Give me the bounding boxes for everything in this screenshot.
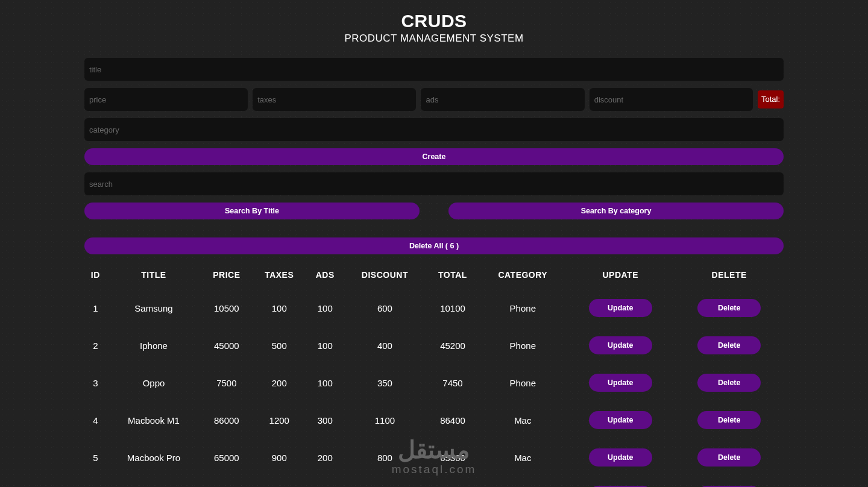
search-by-category-button[interactable]: Search By category xyxy=(448,203,784,219)
cell-discount: 1100 xyxy=(344,401,426,439)
delete-button[interactable]: Delete xyxy=(697,299,761,317)
delete-button[interactable]: Delete xyxy=(697,374,761,392)
cell-category: Phone xyxy=(480,364,566,401)
cell-title: Samsung xyxy=(107,289,201,327)
cell-taxes: 100 xyxy=(252,289,306,327)
delete-all-button[interactable]: Delete All ( 6 ) xyxy=(84,237,784,254)
delete-button[interactable]: Delete xyxy=(697,448,761,467)
create-button[interactable]: Create xyxy=(84,148,784,165)
update-button[interactable]: Update xyxy=(589,336,652,354)
table-row: 6Screen Glass4504550100445AccessoriesUpd… xyxy=(84,476,784,487)
cell-title: Iphone xyxy=(107,327,201,364)
cell-title: Macbook M1 xyxy=(107,401,201,439)
cell-category: Accessories xyxy=(480,476,566,487)
cell-category: Phone xyxy=(480,289,566,327)
cell-ads: 50 xyxy=(306,476,344,487)
table-row: 2Iphone4500050010040045200PhoneUpdateDel… xyxy=(84,327,784,364)
cell-category: Mac xyxy=(480,439,566,476)
search-by-title-button[interactable]: Search By Title xyxy=(84,203,420,219)
cell-taxes: 45 xyxy=(252,476,306,487)
cell-discount: 400 xyxy=(344,327,426,364)
cell-category: Phone xyxy=(480,327,566,364)
cell-taxes: 1200 xyxy=(252,401,306,439)
update-button[interactable]: Update xyxy=(589,299,652,317)
ads-input[interactable] xyxy=(421,88,584,111)
column-header: DELETE xyxy=(675,265,784,289)
table-row: 3Oppo75002001003507450PhoneUpdateDelete xyxy=(84,364,784,401)
update-button[interactable]: Update xyxy=(589,448,652,467)
table-row: 4Macbook M1860001200300110086400MacUpdat… xyxy=(84,401,784,439)
delete-button[interactable]: Delete xyxy=(697,336,761,354)
price-input[interactable] xyxy=(84,88,248,111)
cell-price: 7500 xyxy=(201,364,252,401)
cell-total: 7450 xyxy=(426,364,479,401)
cell-taxes: 200 xyxy=(252,364,306,401)
cell-price: 450 xyxy=(201,476,252,487)
table-row: 1Samsung1050010010060010100PhoneUpdateDe… xyxy=(84,289,784,327)
search-input[interactable] xyxy=(84,172,784,195)
cell-discount: 100 xyxy=(344,476,426,487)
cell-ads: 100 xyxy=(306,364,344,401)
page-title: CRUDS xyxy=(84,11,784,31)
cell-ads: 100 xyxy=(306,327,344,364)
taxes-input[interactable] xyxy=(253,88,416,111)
cell-title: Macbook Pro xyxy=(107,439,201,476)
cell-id: 2 xyxy=(84,327,107,364)
cell-id: 5 xyxy=(84,439,107,476)
cell-total: 10100 xyxy=(426,289,479,327)
cell-title: Screen Glass xyxy=(107,476,201,487)
column-header: TITLE xyxy=(107,265,201,289)
cell-title: Oppo xyxy=(107,364,201,401)
cell-id: 1 xyxy=(84,289,107,327)
cell-ads: 300 xyxy=(306,401,344,439)
update-button[interactable]: Update xyxy=(589,374,652,392)
cell-price: 10500 xyxy=(201,289,252,327)
cell-discount: 600 xyxy=(344,289,426,327)
cell-price: 45000 xyxy=(201,327,252,364)
cell-total: 45200 xyxy=(426,327,479,364)
page-header: CRUDS PRODUCT MANAGEMENT SYSTEM xyxy=(84,11,784,45)
cell-id: 6 xyxy=(84,476,107,487)
title-input[interactable] xyxy=(84,58,784,81)
cell-price: 65000 xyxy=(201,439,252,476)
cell-total: 86400 xyxy=(426,401,479,439)
page-subtitle: PRODUCT MANAGEMENT SYSTEM xyxy=(84,33,784,45)
table-row: 5Macbook Pro6500090020080065300MacUpdate… xyxy=(84,439,784,476)
products-table: IDTITLEPRICETAXESADSDISCOUNTTOTALCATEGOR… xyxy=(84,265,784,487)
cell-ads: 200 xyxy=(306,439,344,476)
cell-discount: 800 xyxy=(344,439,426,476)
column-header: UPDATE xyxy=(566,265,675,289)
column-header: CATEGORY xyxy=(480,265,566,289)
column-header: TOTAL xyxy=(426,265,479,289)
cell-total: 65300 xyxy=(426,439,479,476)
cell-ads: 100 xyxy=(306,289,344,327)
cell-id: 3 xyxy=(84,364,107,401)
cell-category: Mac xyxy=(480,401,566,439)
cell-discount: 350 xyxy=(344,364,426,401)
update-button[interactable]: Update xyxy=(589,411,652,429)
column-header: PRICE xyxy=(201,265,252,289)
total-chip: Total: xyxy=(758,90,784,108)
cell-taxes: 500 xyxy=(252,327,306,364)
cell-price: 86000 xyxy=(201,401,252,439)
category-input[interactable] xyxy=(84,118,784,141)
product-form: Total: Create Search By Title Search By … xyxy=(84,58,784,254)
column-header: ID xyxy=(84,265,107,289)
discount-input[interactable] xyxy=(590,88,753,111)
cell-taxes: 900 xyxy=(252,439,306,476)
cell-id: 4 xyxy=(84,401,107,439)
column-header: TAXES xyxy=(252,265,306,289)
column-header: ADS xyxy=(306,265,344,289)
cell-total: 445 xyxy=(426,476,479,487)
column-header: DISCOUNT xyxy=(344,265,426,289)
delete-button[interactable]: Delete xyxy=(697,411,761,429)
